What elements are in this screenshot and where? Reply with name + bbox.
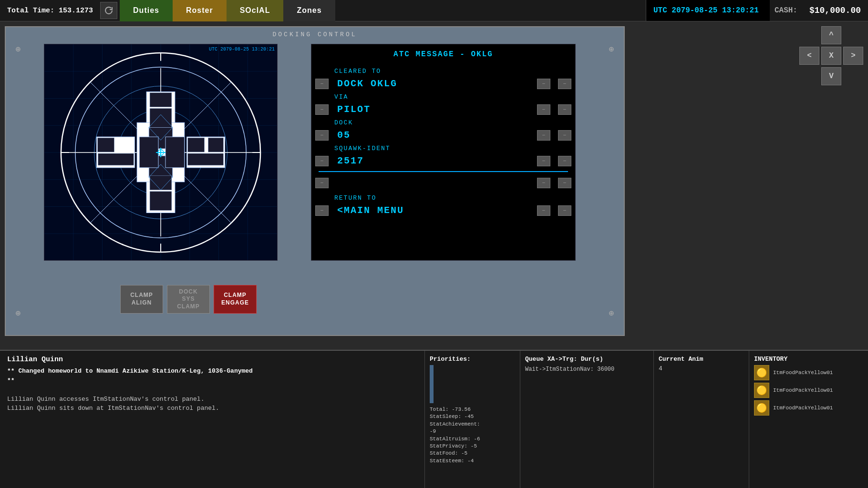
corner-br-arrow[interactable]: ⊕ xyxy=(604,305,619,321)
inventory-icon-3: 🟡 xyxy=(754,400,769,416)
svg-rect-30 xyxy=(139,137,158,168)
atc-side-btn-right-6a[interactable]: — xyxy=(537,205,550,216)
nav-roster-button[interactable]: Roster xyxy=(173,0,227,21)
inventory-item-3[interactable]: 🟡 ItmFoodPackYellow01 xyxy=(754,400,863,416)
cash-value: $10,000.00 xyxy=(802,0,868,21)
atc-side-btn-left-4[interactable]: — xyxy=(315,156,329,166)
atc-side-btn-left-3[interactable]: — xyxy=(315,130,329,141)
priorities-chart xyxy=(430,365,515,403)
atc-side-btn-right-3a[interactable]: — xyxy=(537,130,550,141)
main-content: DOCKING CONTROL ⊕ ⊕ ⊕ ⊕ UTC 2079-08-25 1… xyxy=(5,26,625,336)
return-to-label: RETURN TO xyxy=(334,193,570,203)
atc-side-btn-right-1a[interactable]: — xyxy=(537,79,550,89)
total-time: Total Time: 153.1273 xyxy=(0,7,100,15)
via-label: VIA xyxy=(334,92,570,102)
priority-total: Total: -73.56 xyxy=(430,406,515,413)
bottom-status-bar: Lillian Quinn ** Changed homeworld to Nn… xyxy=(0,350,868,488)
clamp-align-button[interactable]: CLAMP ALIGN xyxy=(120,285,163,314)
anim-title: Current Anim xyxy=(659,356,744,363)
main-menu-link[interactable]: <MAIN MENU xyxy=(337,204,533,217)
nav-close-button[interactable]: X xyxy=(821,47,841,65)
nav-down-button[interactable]: V xyxy=(821,67,841,85)
log-line-5: Lillian Quinn sits down at ItmStationNav… xyxy=(7,404,417,413)
inventory-item-2[interactable]: 🟡 ItmFoodPackYellow01 xyxy=(754,383,863,398)
nav-up-button[interactable]: ^ xyxy=(821,26,841,44)
dock-target: DOCK OKLG xyxy=(337,77,533,90)
svg-rect-39 xyxy=(98,153,134,165)
inventory-name-3: ItmFoodPackYellow01 xyxy=(773,405,833,411)
log-line-2: ** xyxy=(7,376,417,386)
priority-achievement-val: -9 xyxy=(430,428,515,435)
cleared-to-label: CLEARED TO xyxy=(334,66,570,76)
nav-social-button[interactable]: SOcIAL xyxy=(227,0,284,21)
atc-side-btn-right-5b[interactable]: — xyxy=(558,178,571,188)
current-anim-area: Current Anim 4 xyxy=(653,351,749,488)
priority-achievement: StatAchievement: xyxy=(430,421,515,428)
atc-side-btn-left-2[interactable]: — xyxy=(315,104,329,115)
svg-rect-33 xyxy=(150,108,172,127)
docking-title: DOCKING CONTROL xyxy=(6,27,624,42)
atc-side-btn-right-3b[interactable]: — xyxy=(558,130,571,141)
atc-side-btn-right-2b[interactable]: — xyxy=(558,104,571,115)
log-line-4: Lillian Quinn accesses ItmStationNav's c… xyxy=(7,395,417,404)
svg-rect-31 xyxy=(165,137,185,168)
nav-zones-button[interactable]: Zones xyxy=(283,0,335,21)
svg-rect-36 xyxy=(98,138,114,152)
inventory-title: INVENTORY xyxy=(754,356,863,363)
atc-side-btn-right-5a[interactable]: — xyxy=(537,178,550,188)
log-line-3 xyxy=(7,385,417,395)
svg-rect-35 xyxy=(150,192,172,211)
atc-title: ATC MESSAGE - OKLG xyxy=(311,44,575,64)
corner-tr-arrow[interactable]: ⊕ xyxy=(604,41,619,57)
svg-rect-37 xyxy=(188,138,205,152)
atc-side-btn-right-6b[interactable]: — xyxy=(558,205,571,216)
nav-left-button[interactable]: < xyxy=(799,47,819,65)
dock-sys-clamp-button[interactable]: DOCKSYSCLAMP xyxy=(167,285,210,314)
svg-rect-38 xyxy=(208,138,224,152)
atc-side-btn-right-2a[interactable]: — xyxy=(537,104,550,115)
atc-side-btn-right-4a[interactable]: — xyxy=(537,156,550,166)
squawk-ident-label: SQUAWK-IDENT xyxy=(334,143,570,153)
priorities-area: Priorities: Total: -73.56 StatSleep: -45… xyxy=(424,351,520,488)
inventory-name-1: ItmFoodPackYellow01 xyxy=(773,370,833,376)
atc-side-btn-right-4b[interactable]: — xyxy=(558,156,571,166)
nav-right-button[interactable]: > xyxy=(843,47,863,65)
right-panel: ^ < X > V xyxy=(799,26,863,85)
inventory-icon-2: 🟡 xyxy=(754,383,769,398)
dock-number: 05 xyxy=(337,129,533,142)
clamp-engage-button[interactable]: CLAMPENGAGE xyxy=(214,285,257,314)
log-area: Lillian Quinn ** Changed homeworld to Nn… xyxy=(0,351,424,488)
priority-food: StatFood: -5 xyxy=(430,450,515,457)
corner-tl-arrow[interactable]: ⊕ xyxy=(10,41,26,57)
dock-controls: CLAMP ALIGN DOCKSYSCLAMP CLAMPENGAGE xyxy=(120,285,257,314)
queue-title: Queue XA->Trg: Dur(s) xyxy=(525,356,649,363)
queue-area: Queue XA->Trg: Dur(s) Wait->ItmStationNa… xyxy=(520,351,653,488)
priority-altruism: StatAltruism: -6 xyxy=(430,436,515,443)
refresh-button[interactable] xyxy=(100,2,117,19)
character-name: Lillian Quinn xyxy=(7,356,417,364)
corner-bl-arrow[interactable]: ⊕ xyxy=(10,305,26,321)
priority-privacy: StatPrivacy: -5 xyxy=(430,443,515,450)
bar-total xyxy=(430,365,434,403)
atc-side-btn-left-6[interactable]: — xyxy=(315,205,329,216)
anim-value: 4 xyxy=(659,365,744,372)
pilot-label: PILOT xyxy=(337,103,533,116)
top-bar: Total Time: 153.1273 Duties Roster SOcIA… xyxy=(0,0,868,21)
squawk-value: 2517 xyxy=(337,154,533,167)
radar-display: UTC 2079-08-25 13:20:21 xyxy=(44,44,278,261)
inventory-item-1[interactable]: 🟡 ItmFoodPackYellow01 xyxy=(754,365,863,380)
svg-rect-32 xyxy=(150,93,172,107)
atc-side-btn-left-1[interactable]: — xyxy=(315,79,329,89)
dock-label: DOCK xyxy=(334,118,570,128)
inventory-name-2: ItmFoodPackYellow01 xyxy=(773,387,833,393)
log-line-1: ** Changed homeworld to Nnamdi Azikiwe S… xyxy=(7,366,417,376)
atc-side-btn-right-1b[interactable]: — xyxy=(558,79,571,89)
cash-label: CASH: xyxy=(770,0,802,21)
radar-timestamp: UTC 2079-08-25 13:20:21 xyxy=(209,47,275,52)
priority-esteem: StatEsteem: -4 xyxy=(430,458,515,465)
nav-duties-button[interactable]: Duties xyxy=(120,0,173,21)
svg-rect-40 xyxy=(188,153,224,165)
inventory-icon-1: 🟡 xyxy=(754,365,769,380)
priorities-title: Priorities: xyxy=(430,356,515,363)
atc-side-btn-left-5[interactable]: — xyxy=(315,178,329,188)
